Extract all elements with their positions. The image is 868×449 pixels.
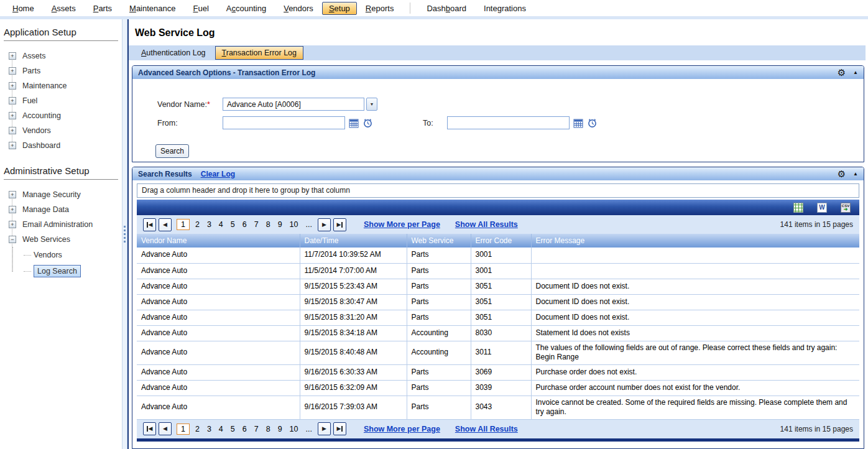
vendor-name-select[interactable]: Advance Auto [A0006] <box>223 98 364 111</box>
tree-item-vendors[interactable]: +Vendors <box>9 123 122 138</box>
menu-item-dashboard[interactable]: Dashboard <box>418 2 475 15</box>
table-row[interactable]: Advance Auto11/5/2014 7:07:00 AMParts300… <box>137 263 859 279</box>
show-more-per-page-link[interactable]: Show More per Page <box>364 425 440 433</box>
pager-page-10[interactable]: 10 <box>287 219 302 230</box>
tree-item-manage-security[interactable]: +Manage Security <box>9 187 122 202</box>
table-row[interactable]: Advance Auto9/16/2015 6:32:09 AMParts303… <box>137 380 859 396</box>
pager-page-3[interactable]: 3 <box>204 424 215 435</box>
pager-page-6[interactable]: 6 <box>239 424 250 435</box>
tree-expander-icon[interactable]: + <box>9 127 16 134</box>
show-all-results-link[interactable]: Show All Results <box>455 220 518 229</box>
column-header-web-service[interactable]: Web Service <box>407 234 471 248</box>
tree-expander-icon[interactable]: + <box>9 67 16 75</box>
pager-page-8[interactable]: 8 <box>263 219 274 230</box>
pager-page-9[interactable]: 9 <box>275 424 285 435</box>
pager-page-5[interactable]: 5 <box>228 424 238 435</box>
tree-item-accounting[interactable]: +Accounting <box>9 108 122 123</box>
tree-expander-icon[interactable]: + <box>9 142 16 149</box>
pager-last-button[interactable]: ▶ <box>333 422 346 435</box>
pager-first-button[interactable]: ◀ <box>143 422 156 435</box>
search-button[interactable]: Search <box>155 144 189 158</box>
tree-item-assets[interactable]: +Assets <box>9 49 122 63</box>
table-row[interactable]: Advance Auto9/15/2015 8:40:48 AMAccounti… <box>137 341 859 364</box>
sidebar-splitter[interactable] <box>122 19 127 449</box>
pager-page-ellipsis[interactable]: ... <box>302 424 315 435</box>
menu-item-maintenance[interactable]: Maintenance <box>121 2 184 15</box>
settings-gear-icon[interactable]: ⚙ <box>838 169 846 178</box>
tree-expander-icon[interactable]: + <box>9 191 16 198</box>
clock-icon[interactable] <box>587 118 598 128</box>
pager-page-4[interactable]: 4 <box>216 424 226 435</box>
pager-page-7[interactable]: 7 <box>251 424 262 435</box>
tree-item-parts[interactable]: +Parts <box>9 63 122 78</box>
tree-expander-icon[interactable]: + <box>9 112 16 119</box>
collapse-panel-icon[interactable]: ▲ <box>853 172 858 177</box>
column-header-error-code[interactable]: Error Code <box>471 234 531 248</box>
menu-item-home[interactable]: Home <box>4 2 43 15</box>
clear-log-link[interactable]: Clear Log <box>201 170 235 178</box>
pager-page-10[interactable]: 10 <box>287 424 302 435</box>
pager-first-button[interactable]: ◀ <box>143 218 156 231</box>
calendar-icon[interactable] <box>349 118 359 128</box>
excel-export-icon[interactable] <box>793 203 803 213</box>
menu-item-setup[interactable]: Setup <box>322 2 357 15</box>
word-export-icon[interactable]: W <box>817 203 827 213</box>
settings-gear-icon[interactable]: ⚙ <box>838 68 846 77</box>
pager-page-8[interactable]: 8 <box>263 424 274 435</box>
table-row[interactable]: Advance Auto9/15/2015 8:34:18 AMAccounti… <box>137 325 859 341</box>
table-row[interactable]: Advance Auto9/15/2015 8:31:20 AMParts305… <box>137 310 859 325</box>
table-row[interactable]: Advance Auto11/7/2014 10:39:52 AMParts30… <box>137 248 859 263</box>
pager-page-2[interactable]: 2 <box>192 424 203 435</box>
pager-page-6[interactable]: 6 <box>239 219 250 230</box>
tab-transaction-error-log[interactable]: Transaction Error Log <box>215 46 303 60</box>
tree-item-email-administration[interactable]: +Email Administration <box>9 217 122 232</box>
pager-last-button[interactable]: ▶ <box>333 218 346 231</box>
menu-item-parts[interactable]: Parts <box>85 2 121 15</box>
csv-export-icon[interactable]: CSV➜ <box>841 203 851 213</box>
vendor-dropdown-button[interactable]: ▼ <box>366 98 377 111</box>
pager-next-button[interactable]: ▶ <box>318 218 331 231</box>
pager-page-3[interactable]: 3 <box>204 219 215 230</box>
tree-item-fuel[interactable]: +Fuel <box>9 93 122 108</box>
splitter-handle-icon[interactable] <box>124 226 126 243</box>
pager-page-9[interactable]: 9 <box>275 219 285 230</box>
pager-prev-button[interactable]: ◀ <box>159 218 172 231</box>
menu-item-accounting[interactable]: Accounting <box>218 2 275 15</box>
pager-page-ellipsis[interactable]: ... <box>302 219 315 230</box>
menu-item-fuel[interactable]: Fuel <box>185 2 218 15</box>
pager-page-5[interactable]: 5 <box>228 219 238 230</box>
column-header-vendor-name[interactable]: Vendor Name <box>137 234 300 248</box>
menu-item-reports[interactable]: Reports <box>357 2 403 15</box>
pager-prev-button[interactable]: ◀ <box>159 422 172 435</box>
pager-page-7[interactable]: 7 <box>251 219 262 230</box>
from-date-input[interactable] <box>223 116 345 129</box>
tree-item-dashboard[interactable]: +Dashboard <box>9 138 122 153</box>
table-row[interactable]: Advance Auto9/16/2015 6:30:33 AMParts306… <box>137 364 859 380</box>
menu-item-assets[interactable]: Assets <box>43 2 85 15</box>
show-more-per-page-link[interactable]: Show More per Page <box>364 220 440 229</box>
tree-item-web-services[interactable]: −Web Services <box>9 232 122 247</box>
table-row[interactable]: Advance Auto9/15/2015 5:23:43 AMParts305… <box>137 279 859 294</box>
tree-expander-icon[interactable]: + <box>9 82 16 90</box>
pager-next-button[interactable]: ▶ <box>318 422 331 435</box>
tree-expander-icon[interactable]: + <box>9 97 16 104</box>
table-row[interactable]: Advance Auto9/16/2015 7:39:03 AMParts304… <box>137 396 859 419</box>
menu-item-vendors[interactable]: Vendors <box>275 2 322 15</box>
tree-item-vendors[interactable]: Vendors <box>24 247 122 263</box>
show-all-results-link[interactable]: Show All Results <box>455 425 518 433</box>
tree-item-manage-data[interactable]: +Manage Data <box>9 202 122 217</box>
collapse-panel-icon[interactable]: ▲ <box>853 70 858 75</box>
tree-expander-icon[interactable]: + <box>9 221 16 228</box>
tree-expander-icon[interactable]: − <box>9 236 16 243</box>
column-header-error-message[interactable]: Error Message <box>531 234 859 248</box>
tab-authentication-log[interactable]: Authentication Log <box>134 46 213 60</box>
to-date-input[interactable] <box>447 116 570 129</box>
column-header-date-time[interactable]: Date/Time <box>300 234 407 248</box>
tree-expander-icon[interactable]: + <box>9 52 16 60</box>
pager-page-4[interactable]: 4 <box>216 219 226 230</box>
pager-page-1[interactable]: 1 <box>177 219 190 230</box>
clock-icon[interactable] <box>362 118 373 128</box>
pager-page-1[interactable]: 1 <box>177 424 190 435</box>
table-row[interactable]: Advance Auto9/15/2015 8:30:47 AMParts305… <box>137 294 859 310</box>
tree-item-log-search[interactable]: Log Search <box>24 263 122 279</box>
